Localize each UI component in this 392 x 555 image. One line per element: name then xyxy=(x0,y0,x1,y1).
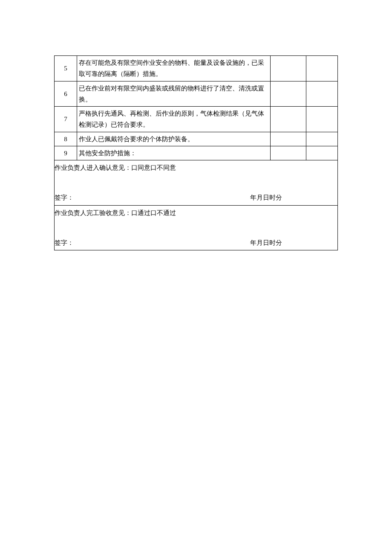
row-check-1 xyxy=(271,81,306,107)
table-row: 7 严格执行先通风、再检测、后作业的原则，气体检测结果（见气体检测记录）已符合要… xyxy=(55,107,338,132)
row-number: 8 xyxy=(55,132,77,146)
signature-label: 签字： xyxy=(55,237,74,248)
table-row: 5 存在可能危及有限空间作业安全的物料、能量及设备设施的，已采取可靠的隔离（隔断… xyxy=(55,56,338,81)
table-row: 6 已在作业前对有限空间内盛装或残留的物料进行了清空、清洗或置换。 xyxy=(55,81,338,107)
table-row: 8 作业人已佩戴符合要求的个体防护装备。 xyxy=(55,132,338,146)
row-check-1 xyxy=(271,146,306,160)
row-check-1 xyxy=(271,107,306,132)
option-disagree: 口不同意 xyxy=(150,164,176,171)
row-description: 存在可能危及有限空间作业安全的物料、能量及设备设施的，已采取可靠的隔离（隔断）措… xyxy=(77,56,271,81)
row-description: 已在作业前对有限空间内盛装或残留的物料进行了清空、清洗或置换。 xyxy=(77,81,271,107)
row-number: 5 xyxy=(55,56,77,81)
date-label: 年月日时分 xyxy=(250,237,282,248)
row-check-1 xyxy=(271,132,306,146)
row-check-2 xyxy=(306,132,338,146)
option-fail: 口不通过 xyxy=(150,209,176,216)
row-check-2 xyxy=(306,56,338,81)
table-row: 9 其他安全防护措施： xyxy=(55,146,338,160)
row-check-2 xyxy=(306,146,338,160)
row-number: 6 xyxy=(55,81,77,107)
acceptance-label: 作业负责人完工验收意见： xyxy=(55,209,131,216)
completion-acceptance-row: 作业负责人完工验收意见：口通过口不通过 签字： 年月日时分 xyxy=(55,205,338,250)
safety-measures-table: 5 存在可能危及有限空间作业安全的物料、能量及设备设施的，已采取可靠的隔离（隔断… xyxy=(54,55,338,250)
entry-confirmation-row: 作业负责人进入确认意见：口同意口不同意 签字： 年月日时分 xyxy=(55,160,338,206)
confirmation-label: 作业负责人进入确认意见： xyxy=(55,164,131,171)
row-check-2 xyxy=(306,107,338,132)
date-label: 年月日时分 xyxy=(250,192,282,203)
signature-label: 签字： xyxy=(55,192,74,203)
row-check-1 xyxy=(271,56,306,81)
row-number: 9 xyxy=(55,146,77,160)
option-pass: 口通过 xyxy=(131,209,150,216)
option-agree: 口同意 xyxy=(131,164,150,171)
row-check-2 xyxy=(306,81,338,107)
row-description: 作业人已佩戴符合要求的个体防护装备。 xyxy=(77,132,271,146)
row-description: 其他安全防护措施： xyxy=(77,146,271,160)
row-number: 7 xyxy=(55,107,77,132)
row-description: 严格执行先通风、再检测、后作业的原则，气体检测结果（见气体检测记录）已符合要求。 xyxy=(77,107,271,132)
